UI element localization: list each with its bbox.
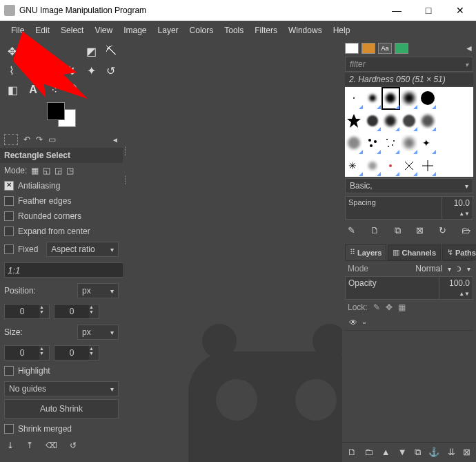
save-options-icon[interactable]: ⤓ <box>7 441 14 450</box>
lock-pixels-icon[interactable]: ✎ <box>373 302 380 312</box>
menu-help[interactable]: Help <box>328 23 356 38</box>
layers-tab[interactable]: ⠿Layers <box>345 244 386 260</box>
new-layer-icon[interactable]: 🗋 <box>348 447 357 458</box>
highlight-checkbox[interactable] <box>4 366 14 376</box>
history-tab-icon[interactable] <box>395 43 408 54</box>
lower-layer-icon[interactable]: ▼ <box>398 447 407 458</box>
opacity-value-input[interactable]: 100.0 ▲▼ <box>439 276 473 300</box>
duplicate-layer-icon[interactable]: ⧉ <box>415 447 421 458</box>
new-brush-icon[interactable]: 🗋 <box>370 225 379 236</box>
guides-select[interactable]: No guides▾ <box>4 381 119 396</box>
expand-checkbox[interactable] <box>4 227 14 236</box>
paths-tool-icon[interactable]: ↯ <box>65 64 78 77</box>
text-tool-icon[interactable]: A <box>26 83 40 97</box>
tool-options-tab-icon[interactable] <box>4 134 18 145</box>
maximize-button[interactable]: □ <box>413 0 444 21</box>
menu-select[interactable]: Select <box>55 23 89 38</box>
restore-options-icon[interactable]: ⤒ <box>26 441 33 450</box>
menu-image[interactable]: Image <box>118 23 152 38</box>
brush-grid[interactable]: ✦ ✳ <box>345 87 473 177</box>
display-icon[interactable]: ▭ <box>48 135 56 144</box>
position-unit-select[interactable]: px▾ <box>77 283 119 298</box>
svg-point-22 <box>368 162 377 170</box>
edit-brush-icon[interactable]: ✎ <box>348 225 355 236</box>
shrink-merged-checkbox[interactable] <box>4 424 14 434</box>
menu-tools[interactable]: Tools <box>219 23 249 38</box>
ratio-input[interactable] <box>4 262 128 278</box>
brushes-tab-icon[interactable] <box>345 43 359 54</box>
tool-icon[interactable] <box>45 44 58 58</box>
mode-replace-icon[interactable]: ▦ <box>31 166 39 175</box>
delete-brush-icon[interactable]: ⊠ <box>416 225 424 236</box>
canvas-area[interactable]: ┊┊ <box>123 40 342 462</box>
close-button[interactable]: ✕ <box>444 0 476 21</box>
align-tool-icon[interactable]: ▭ <box>26 44 39 58</box>
layers-list[interactable]: 👁▫ <box>345 315 473 442</box>
paths-tab[interactable]: ↯Paths <box>442 244 476 260</box>
mode-toggle-icon[interactable]: ᴐ <box>457 264 462 273</box>
tool-icon[interactable]: ✦ <box>85 64 98 77</box>
blend-mode-select[interactable]: ▾ <box>445 265 454 273</box>
menu-file[interactable]: File <box>6 23 30 38</box>
tool-icon[interactable] <box>26 64 39 77</box>
position-x-input[interactable]: 0▲▼ <box>4 304 50 319</box>
undo-icon[interactable]: ↶ <box>23 135 30 144</box>
dock-menu-icon[interactable]: ◄ <box>465 44 473 53</box>
aspect-select[interactable]: Aspect ratio▾ <box>46 242 119 257</box>
lock-alpha-icon[interactable]: ▦ <box>398 302 406 312</box>
dock-menu-icon[interactable]: ◄ <box>112 136 119 144</box>
mode-add-icon[interactable]: ◱ <box>43 166 50 175</box>
spacing-value-input[interactable]: 10.0 ▲▼ <box>442 196 473 220</box>
zoom-tool-icon[interactable]: 🔍 <box>68 83 81 97</box>
filter-input[interactable]: filter▾ <box>345 57 473 72</box>
transform-tool-icon[interactable]: ⛏ <box>104 44 117 58</box>
fixed-checkbox[interactable] <box>4 244 14 254</box>
open-folder-icon[interactable]: 🗁 <box>462 225 470 236</box>
warp-tool-icon[interactable]: ⌇ <box>6 64 19 77</box>
mode-subtract-icon[interactable]: ◲ <box>54 166 62 175</box>
new-group-icon[interactable]: 🗀 <box>364 447 373 458</box>
mode-intersect-icon[interactable]: ◳ <box>66 166 74 175</box>
lock-position-icon[interactable]: ✥ <box>386 302 393 312</box>
tool-icon[interactable] <box>45 64 58 77</box>
menu-layer[interactable]: Layer <box>152 23 184 38</box>
move-tool-icon[interactable]: ✥ <box>6 44 19 58</box>
brush-preset-select[interactable]: Basic,▾ <box>345 178 473 193</box>
rounded-checkbox[interactable] <box>4 211 14 221</box>
delete-layer-icon[interactable]: ⊠ <box>463 447 470 458</box>
raise-layer-icon[interactable]: ▲ <box>381 447 390 458</box>
tool-icon[interactable]: ↺ <box>104 64 117 77</box>
menu-colors[interactable]: Colors <box>184 23 219 38</box>
anchor-layer-icon[interactable]: ⚓ <box>428 447 439 458</box>
measure-tool-icon[interactable]: ◧ <box>6 83 19 97</box>
visibility-eye-icon[interactable]: 👁 <box>349 318 357 327</box>
reset-options-icon[interactable]: ↺ <box>70 441 77 450</box>
minimize-button[interactable]: — <box>381 0 413 21</box>
auto-shrink-button[interactable]: Auto Shrink <box>4 399 119 418</box>
size-w-input[interactable]: 0▲▼ <box>4 345 50 360</box>
menu-filters[interactable]: Filters <box>249 23 283 38</box>
color-swatch[interactable] <box>47 102 76 127</box>
link-icon[interactable]: ▫ <box>363 318 366 327</box>
duplicate-brush-icon[interactable]: ⧉ <box>395 225 401 236</box>
redo-icon[interactable]: ↷ <box>36 135 43 144</box>
crop-tool-icon[interactable]: ◩ <box>85 44 98 58</box>
size-unit-select[interactable]: px▾ <box>77 325 119 340</box>
color-picker-icon[interactable]: ⁖ <box>47 83 61 97</box>
position-y-input[interactable]: 0▲▼ <box>54 304 99 319</box>
menu-windows[interactable]: Windows <box>283 23 328 38</box>
menu-edit[interactable]: Edit <box>30 23 55 38</box>
svg-point-16 <box>393 140 395 142</box>
feather-checkbox[interactable] <box>4 196 14 206</box>
channels-tab[interactable]: ▥Channels <box>388 244 441 260</box>
size-h-input[interactable]: 0▲▼ <box>54 345 99 360</box>
fonts-tab-icon[interactable]: Aa <box>378 43 392 54</box>
refresh-brush-icon[interactable]: ↻ <box>439 225 446 236</box>
delete-options-icon[interactable]: ⌫ <box>46 441 57 450</box>
foreground-color[interactable] <box>47 102 65 120</box>
merge-layer-icon[interactable]: ⇊ <box>448 447 455 458</box>
antialiasing-checkbox[interactable]: ✕ <box>4 181 14 191</box>
tool-icon[interactable] <box>65 44 78 58</box>
patterns-tab-icon[interactable] <box>361 43 375 54</box>
menu-view[interactable]: View <box>89 23 118 38</box>
